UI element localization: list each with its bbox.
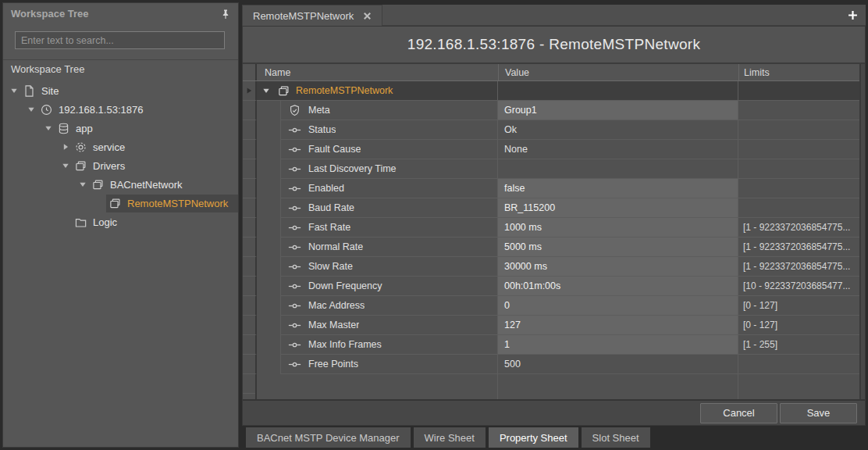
- property-name: Enabled: [308, 183, 344, 194]
- tab-label: RemoteMSTPNetwork: [253, 10, 354, 22]
- close-icon[interactable]: [363, 12, 372, 20]
- save-button[interactable]: Save: [780, 403, 857, 423]
- collapse-icon[interactable]: [261, 87, 272, 95]
- property-limits: [738, 198, 859, 218]
- property-row-meta[interactable]: Meta Group1: [243, 101, 859, 120]
- property-row-last-discovery-time[interactable]: Last Discovery Time: [243, 159, 859, 179]
- slot-icon: [288, 319, 301, 332]
- property-limits: [738, 140, 859, 159]
- cancel-button[interactable]: Cancel: [700, 403, 777, 423]
- property-name: Slow Rate: [308, 261, 353, 272]
- expander-icon[interactable]: [41, 123, 55, 133]
- property-limits: [738, 120, 859, 140]
- view-tab-bacnet-mstp-device-manager[interactable]: BACnet MSTP Device Manager: [246, 427, 411, 448]
- property-value[interactable]: Ok: [498, 120, 738, 140]
- table-filler: [243, 374, 859, 399]
- property-value[interactable]: false: [498, 179, 738, 198]
- property-value[interactable]: 30000 ms: [498, 257, 738, 277]
- sidebar-header: Workspace Tree: [3, 3, 238, 24]
- stack-icon: [277, 84, 290, 98]
- tree-item-192.168.1.53-1876[interactable]: 192.168.1.53:1876: [3, 100, 238, 119]
- slot-icon: [288, 280, 301, 293]
- column-header-limits[interactable]: Limits: [738, 64, 859, 80]
- slot-icon: [288, 241, 301, 254]
- property-value[interactable]: BR_115200: [498, 198, 738, 218]
- tree-item-service[interactable]: service: [3, 138, 238, 156]
- property-sheet-panel: 192.168.1.53:1876 - RemoteMSTPNetwork Na…: [242, 26, 866, 426]
- property-value[interactable]: 0: [498, 296, 738, 316]
- property-name: Baud Rate: [308, 202, 354, 213]
- property-limits: [0 - 127]: [738, 316, 859, 335]
- expander-icon[interactable]: [59, 142, 72, 152]
- property-limits: [738, 179, 859, 198]
- page-title: 192.168.1.53:1876 - RemoteMSTPNetwork: [243, 27, 865, 64]
- row-marker-icon: [243, 81, 257, 101]
- sidebar-title: Workspace Tree: [11, 8, 88, 20]
- expander-icon[interactable]: [59, 217, 72, 227]
- view-tabs: BACnet MSTP Device ManagerWire SheetProp…: [242, 426, 866, 448]
- tree-item-remotemstpnetwork[interactable]: RemoteMSTPNetwork: [3, 194, 238, 212]
- property-row-normal-rate[interactable]: Normal Rate 5000 ms [1 - 922337203685477…: [243, 238, 859, 257]
- property-limits: [738, 355, 859, 374]
- expander-icon[interactable]: [93, 198, 106, 208]
- property-value[interactable]: 5000 ms: [498, 238, 738, 257]
- property-row-status[interactable]: Status Ok: [243, 120, 859, 140]
- column-header-name[interactable]: Name: [257, 64, 498, 80]
- shield-icon: [288, 104, 301, 117]
- view-tab-property-sheet[interactable]: Property Sheet: [489, 427, 578, 448]
- view-tab-wire-sheet[interactable]: Wire Sheet: [414, 427, 486, 448]
- document-icon: [23, 84, 36, 98]
- stack-icon: [108, 197, 122, 210]
- property-value[interactable]: 1: [498, 335, 738, 355]
- property-row-root[interactable]: RemoteMSTPNetwork: [243, 81, 859, 101]
- property-name: Down Frequency: [308, 280, 382, 291]
- property-name: Status: [308, 124, 336, 135]
- stack-icon: [91, 178, 105, 191]
- property-row-baud-rate[interactable]: Baud Rate BR_115200: [243, 198, 859, 218]
- slot-icon: [288, 143, 301, 156]
- property-value[interactable]: 1000 ms: [498, 218, 738, 238]
- search-input[interactable]: [15, 31, 225, 49]
- property-row-slow-rate[interactable]: Slow Rate 30000 ms [1 - 9223372036854775…: [243, 257, 859, 277]
- property-row-fast-rate[interactable]: Fast Rate 1000 ms [1 - 9223372036854775.…: [243, 218, 859, 238]
- tree-item-site[interactable]: Site: [3, 81, 238, 100]
- property-row-free-points[interactable]: Free Points 500: [243, 355, 859, 374]
- expander-icon[interactable]: [7, 86, 20, 95]
- property-value[interactable]: Group1: [498, 101, 738, 120]
- app-window: Workspace Tree Workspace Tree Site 192.1…: [0, 0, 868, 450]
- slot-icon: [288, 358, 301, 371]
- property-row-down-frequency[interactable]: Down Frequency 00h:01m:00s [10 - 9223372…: [243, 277, 859, 296]
- tree-item-bacnetnetwork[interactable]: BACnetNetwork: [3, 175, 238, 194]
- property-value[interactable]: 00h:01m:00s: [498, 277, 738, 296]
- property-name: Max Info Frames: [308, 339, 382, 350]
- slot-icon: [288, 299, 301, 312]
- expander-icon[interactable]: [59, 161, 72, 170]
- property-row-max-info-frames[interactable]: Max Info Frames 1 [1 - 255]: [243, 335, 859, 355]
- expander-icon[interactable]: [24, 105, 37, 114]
- column-header-value[interactable]: Value: [498, 64, 738, 80]
- expander-icon[interactable]: [76, 180, 89, 189]
- property-table: Name Value Limits: [243, 64, 859, 399]
- property-value[interactable]: [498, 159, 738, 179]
- property-row-enabled[interactable]: Enabled false: [243, 179, 859, 198]
- property-limits: [1 - 9223372036854775...: [738, 238, 859, 257]
- slot-icon: [288, 338, 301, 352]
- tree-item-logic[interactable]: Logic: [3, 212, 238, 231]
- property-row-fault-cause[interactable]: Fault Cause None: [243, 140, 859, 159]
- property-limits: [10 - 922337203685477...: [738, 277, 859, 296]
- tab-remotemstpnetwork[interactable]: RemoteMSTPNetwork: [242, 5, 382, 26]
- property-row-mac-address[interactable]: Mac Address 0 [0 - 127]: [243, 296, 859, 316]
- tree-item-drivers[interactable]: Drivers: [3, 156, 238, 175]
- property-value[interactable]: 127: [498, 316, 738, 335]
- add-tab-icon[interactable]: [840, 10, 866, 20]
- property-row-max-master[interactable]: Max Master 127 [0 - 127]: [243, 316, 859, 335]
- property-value[interactable]: None: [498, 140, 738, 159]
- scrollbar[interactable]: [859, 64, 865, 399]
- pin-icon[interactable]: [220, 9, 231, 20]
- tab-bar: RemoteMSTPNetwork: [242, 2, 866, 26]
- slot-icon: [288, 202, 301, 215]
- property-value[interactable]: 500: [498, 355, 738, 374]
- tree-item-app[interactable]: app: [3, 119, 238, 138]
- view-tab-slot-sheet[interactable]: Slot Sheet: [582, 427, 650, 448]
- main-area: RemoteMSTPNetwork 192.168.1.53:1876 - Re…: [242, 2, 866, 448]
